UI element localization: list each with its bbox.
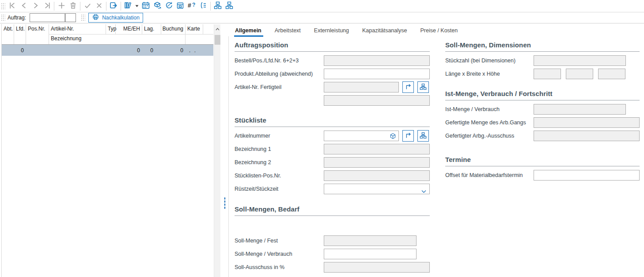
arrow-turn-right-icon xyxy=(404,131,412,141)
delete-icon xyxy=(69,1,77,11)
post-forward-button[interactable] xyxy=(108,1,119,12)
structure-browser-button[interactable] xyxy=(417,81,429,93)
last-record-button[interactable] xyxy=(41,1,53,12)
section-soll-mengen-dimensionen: Soll-Mengen, Dimensionen Stückzahl (bei … xyxy=(445,41,640,82)
stueckzahl-field xyxy=(534,55,626,66)
number-query-button[interactable]: #? xyxy=(186,1,197,12)
hierarchy-button[interactable] xyxy=(212,1,224,12)
detail-tabs: Allgemein Arbeitstext Externleistung Kap… xyxy=(228,24,471,37)
tab-allgemein[interactable]: Allgemein xyxy=(235,24,261,37)
sitemap-icon xyxy=(419,131,427,141)
section-termine: Termine Offset für Materialbedarfstermin xyxy=(445,156,640,183)
arrow-turn-right-icon xyxy=(404,83,412,92)
reports-dropdown-button[interactable] xyxy=(134,1,140,12)
soll-menge-verbrauch-field[interactable] xyxy=(324,249,417,259)
toolbar-separator xyxy=(80,2,80,11)
section-auftragsposition: Auftragsposition Bestell/Pos./Lfd.Nr. 6+… xyxy=(235,41,430,108)
panel-splitter[interactable] xyxy=(222,23,228,277)
offset-materialbedarfstermin-input[interactable] xyxy=(534,170,639,180)
cancel-button[interactable] xyxy=(93,1,105,12)
positions-grid: Abt. Lfd. Pos.Nr. Artikel-Nr. Typ ME/EH … xyxy=(2,24,213,56)
chevron-up-icon xyxy=(216,24,220,32)
tab-arbeitstext[interactable]: Arbeitstext xyxy=(275,24,301,37)
produkt-abteilung-input[interactable] xyxy=(324,69,429,79)
bezeichnung1-field xyxy=(324,144,430,154)
section-spacer xyxy=(235,219,430,233)
svg-text:#: # xyxy=(188,2,191,9)
archive-button[interactable] xyxy=(174,1,186,12)
archive-icon xyxy=(176,1,185,11)
goto-artikel-button[interactable] xyxy=(402,81,414,93)
bezeichnung1-label: Bezeichnung 1 xyxy=(235,146,324,152)
tab-externleistung[interactable]: Externleistung xyxy=(314,24,349,37)
reports-button[interactable] xyxy=(122,1,134,12)
artikelnummer-field[interactable] xyxy=(324,131,399,141)
section-title: Auftragsposition xyxy=(235,41,430,52)
produkt-abteilung-field[interactable] xyxy=(324,69,430,79)
toolbar-drag-handle[interactable] xyxy=(1,14,5,21)
stueckliste-structure-button[interactable] xyxy=(417,130,429,142)
column-header-artikelnr[interactable]: Artikel-Nr. xyxy=(49,24,106,35)
scrollbar-thumb[interactable] xyxy=(215,35,220,45)
confirm-icon xyxy=(83,1,92,11)
column-subheader-bezeichnung[interactable]: Bezeichnung xyxy=(49,35,186,44)
column-header-meeh[interactable]: ME/EH xyxy=(116,24,142,35)
goto-stueckliste-artikel-button[interactable] xyxy=(402,130,414,142)
section-title: Soll-Mengen, Bedarf xyxy=(235,205,430,216)
auftrag-position-input[interactable] xyxy=(66,14,76,22)
section-title: Soll-Mengen, Dimensionen xyxy=(445,41,640,52)
section-title: Termine xyxy=(445,156,640,166)
scroll-up-button[interactable] xyxy=(214,24,221,32)
offset-materialbedarfstermin-field[interactable] xyxy=(534,170,640,181)
stueckzahl-label: Stückzahl (bei Dimensionen) xyxy=(445,58,534,64)
last-record-icon xyxy=(43,1,51,11)
refresh-button[interactable] xyxy=(163,1,174,12)
previous-record-button[interactable] xyxy=(18,1,30,12)
bezeichnung2-field xyxy=(324,157,430,168)
section-ist-menge: Ist-Menge, Verbrauch / Fortschritt Ist-M… xyxy=(445,90,640,144)
section-title: Stückliste xyxy=(235,116,430,127)
tab-kapazitaetsanalyse[interactable]: Kapazitätsanalyse xyxy=(362,24,407,37)
column-header-posnr[interactable]: Pos.Nr. xyxy=(26,24,49,44)
artikelnummer-input[interactable] xyxy=(324,131,398,141)
toolbar-drag-handle[interactable] xyxy=(1,3,5,10)
next-record-icon xyxy=(31,1,40,11)
next-record-button[interactable] xyxy=(30,1,41,12)
hierarchy-alt-button[interactable] xyxy=(224,1,235,12)
chevron-down-icon xyxy=(421,187,426,195)
auftrag-input[interactable] xyxy=(30,14,64,22)
right-panel-border xyxy=(228,36,229,277)
column-header-karte[interactable]: Karte xyxy=(186,24,203,35)
tab-preise-kosten[interactable]: Preise / Kosten xyxy=(420,24,458,37)
list-structure-button[interactable] xyxy=(197,1,209,12)
cancel-icon xyxy=(95,1,103,11)
column-header-lag[interactable]: Lag. xyxy=(142,24,161,35)
svg-text:?: ? xyxy=(192,2,195,8)
cube-transfer-button[interactable] xyxy=(152,1,163,12)
ruestzeit-dropdown[interactable] xyxy=(324,184,430,194)
column-header-lfd[interactable]: Lfd. xyxy=(14,24,26,44)
main-toolbar: #? xyxy=(0,0,644,12)
column-header-buchung[interactable]: Buchung xyxy=(161,24,186,35)
row-cell-karte: . . xyxy=(186,47,203,54)
calendar-button[interactable] xyxy=(140,1,152,12)
artikelnr-fertigteil-field xyxy=(324,82,399,92)
column-header-abt[interactable]: Abt. xyxy=(2,24,14,44)
grid-scrollbar[interactable] xyxy=(214,24,220,277)
bestell-pos-lfdnr-field xyxy=(324,55,430,66)
grid-selected-row[interactable]: 0 0 0 0 . . xyxy=(2,45,213,56)
confirm-button[interactable] xyxy=(82,1,93,12)
first-record-button[interactable] xyxy=(7,1,18,12)
delete-button[interactable] xyxy=(67,1,79,12)
column-header-typ[interactable]: Typ xyxy=(106,24,116,35)
cube-icon[interactable] xyxy=(389,132,397,142)
nachkalkulation-button[interactable]: Nachkalkulation xyxy=(88,13,143,23)
auftrag-toolbar: Auftrag: Nachkalkulation xyxy=(0,12,644,23)
add-button[interactable] xyxy=(56,1,67,12)
ist-menge-verbrauch-field xyxy=(534,104,626,115)
left-panel-border xyxy=(1,24,2,277)
post-forward-icon xyxy=(109,1,118,11)
toolbar-drag-handle[interactable] xyxy=(81,14,85,21)
soll-menge-verbrauch-input[interactable] xyxy=(324,249,416,259)
row-cell-lag: 0 xyxy=(142,47,161,54)
